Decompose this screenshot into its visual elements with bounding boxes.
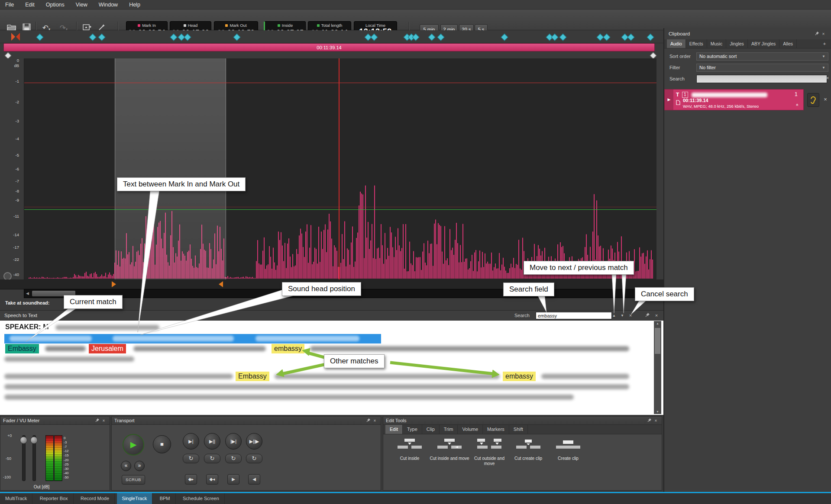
close-icon[interactable]: × — [653, 418, 659, 423]
cut-outside-move-tool[interactable]: Cut outside and move — [469, 437, 509, 466]
match-word-3[interactable]: embassy — [503, 372, 536, 381]
play-through-button[interactable]: ▶||▶ — [246, 433, 262, 449]
timeline-marker-icon[interactable] — [98, 34, 106, 41]
marker-ruler[interactable] — [0, 30, 663, 43]
mark-out-triangle-icon[interactable] — [219, 281, 223, 287]
close-icon[interactable]: × — [653, 312, 660, 319]
tab-record-mode[interactable]: Record Mode — [75, 493, 115, 504]
tab-music[interactable]: Music — [707, 39, 726, 48]
waveform-plot[interactable] — [24, 58, 656, 279]
timeline-marker-icon[interactable] — [437, 34, 445, 41]
scroll-left-icon[interactable]: ◀ — [26, 291, 29, 296]
mark-in-triangle-icon[interactable] — [112, 281, 116, 287]
cut-inside-move-tool[interactable]: Cut inside and move — [430, 437, 469, 461]
tab-bpm[interactable]: BPM — [155, 493, 176, 504]
clipboard-item[interactable]: ▶ T 1 1 00:11:39.14 WAV, MPEG; 48.0 kHz,… — [664, 89, 831, 110]
timeline-marker-icon[interactable] — [233, 34, 241, 41]
tab-audio[interactable]: Audio — [667, 39, 686, 48]
tab-singletrack[interactable]: SingleTrack — [117, 493, 153, 504]
match-word-1[interactable]: embassy — [272, 344, 304, 353]
skip-forward-button[interactable]: » — [134, 461, 145, 471]
menu-help[interactable]: Help — [129, 2, 140, 8]
timeline-marker-icon[interactable] — [170, 34, 178, 41]
timeline-marker-icon[interactable] — [412, 34, 420, 41]
overview-right-handle-icon[interactable] — [650, 52, 657, 59]
close-icon[interactable]: × — [820, 32, 827, 36]
clipboard-search-input[interactable] — [696, 75, 827, 83]
play-pause-button[interactable]: ▶|| — [204, 433, 220, 449]
scroll-down-icon[interactable]: ▼ — [654, 410, 661, 413]
loop-button-3[interactable]: ↻ — [225, 454, 242, 463]
match-word-2[interactable]: Embassy — [236, 372, 269, 381]
soundhead-transcript-line[interactable] — [4, 334, 381, 343]
loop-button-1[interactable]: ↻ — [183, 454, 199, 463]
loop-button-4[interactable]: ↻ — [246, 454, 262, 463]
pin-icon[interactable] — [94, 418, 100, 423]
filter-dropdown[interactable]: ▼No filter — [696, 64, 828, 72]
timeline-marker-icon[interactable] — [36, 34, 44, 41]
create-clip-tool[interactable]: Create clip — [548, 437, 588, 461]
timeline-marker-icon[interactable] — [428, 34, 436, 41]
marker-prev-button[interactable]: ◆◂ — [206, 474, 218, 485]
pin-icon[interactable] — [644, 312, 651, 319]
collapse-icon[interactable]: » — [795, 104, 799, 106]
menu-view[interactable]: View — [76, 2, 87, 8]
timeline-marker-icon[interactable] — [501, 34, 508, 41]
close-icon[interactable]: × — [100, 418, 107, 423]
next-match-icon[interactable]: ▼ — [619, 312, 626, 319]
timeline-marker-icon[interactable] — [627, 34, 635, 41]
remove-item-icon[interactable]: × — [822, 96, 829, 103]
close-icon[interactable]: × — [372, 418, 378, 423]
item-play-icon[interactable]: ▶ — [665, 90, 673, 110]
tab-alles[interactable]: Alles — [779, 39, 797, 48]
menu-edit[interactable]: Edit — [25, 2, 35, 8]
timeline-marker-icon[interactable] — [371, 34, 378, 41]
prelisten-button[interactable] — [807, 93, 819, 107]
cut-inside-tool[interactable]: Cut inside — [390, 437, 430, 461]
menu-options[interactable]: Options — [46, 2, 65, 8]
fader-knob-right[interactable] — [30, 437, 38, 444]
cut-create-clip-tool[interactable]: Cut create clip — [508, 437, 548, 461]
cancel-search-icon[interactable]: × — [627, 312, 634, 319]
transcript-scroll-handle[interactable] — [655, 328, 660, 354]
add-tab-button[interactable]: + — [821, 39, 828, 48]
menu-file[interactable]: File — [5, 2, 14, 8]
fader-knob-left[interactable] — [20, 437, 27, 444]
timeline-marker-icon[interactable] — [89, 34, 97, 41]
start-marker-icon[interactable] — [10, 32, 21, 42]
overview-progress-bar[interactable]: 00:11:39.14 — [3, 43, 655, 51]
timeline-marker-icon[interactable] — [603, 34, 611, 41]
clear-search-icon[interactable]: × — [826, 75, 829, 80]
stop-button[interactable]: ■ — [153, 435, 171, 453]
stt-search-input[interactable] — [536, 312, 612, 319]
tab-reporter-box[interactable]: Reporter Box — [35, 493, 74, 504]
play-button[interactable]: ▶ — [123, 434, 144, 456]
tab-effects[interactable]: Effects — [686, 39, 707, 48]
pin-icon[interactable] — [646, 418, 653, 423]
loop-button-2[interactable]: ↻ — [204, 454, 220, 463]
menu-window[interactable]: Window — [99, 2, 118, 8]
skip-back-button[interactable]: « — [121, 461, 131, 471]
tab-schedule-screen[interactable]: Schedule Screen — [178, 493, 225, 504]
playhead-line[interactable] — [339, 58, 340, 279]
negative-match-word[interactable]: Jerusalem — [89, 344, 126, 353]
scroll-up-icon[interactable]: ▲ — [654, 322, 661, 325]
current-match-word[interactable]: Embassy — [5, 344, 39, 353]
transcript-scrollbar[interactable]: ▲ ▼ — [654, 321, 661, 414]
pin-icon[interactable] — [814, 31, 820, 36]
mark-in-out-selection[interactable] — [115, 58, 226, 279]
tab-multitrack[interactable]: MultiTrack — [0, 493, 32, 504]
timeline-marker-icon[interactable] — [184, 34, 191, 41]
tab-aby-jingles[interactable]: ABY Jingles — [748, 39, 779, 48]
timeline-marker-icon[interactable] — [559, 34, 567, 41]
play-selection-button[interactable]: |▶| — [225, 433, 242, 449]
marker-next-button[interactable]: ◆▸ — [185, 474, 197, 485]
play-to-end-button[interactable]: ▶| — [183, 433, 199, 449]
tab-jingles[interactable]: Jingles — [726, 39, 748, 48]
timeline-marker-icon[interactable] — [647, 34, 654, 41]
scrub-button[interactable]: SCRUB — [122, 475, 145, 485]
nudge-back-button[interactable]: ◀ — [248, 474, 260, 485]
nudge-forward-button[interactable]: ▶ — [227, 474, 239, 485]
timeline-marker-icon[interactable] — [551, 34, 559, 41]
previous-match-icon[interactable]: ▲ — [611, 312, 618, 319]
